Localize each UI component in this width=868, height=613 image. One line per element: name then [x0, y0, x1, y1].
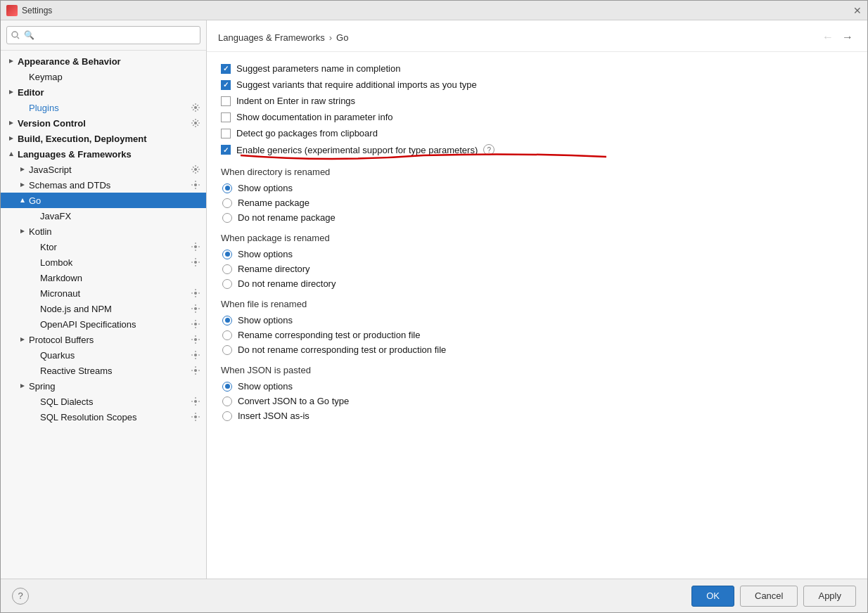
radiobutton-json-asis[interactable]: [222, 411, 232, 421]
option-show-docs: Show documentation in parameter info: [221, 112, 853, 122]
svg-point-23: [194, 400, 197, 403]
window-title: Settings: [22, 6, 52, 15]
radiobutton-json-show[interactable]: [222, 382, 232, 392]
help-icon-generics[interactable]: ?: [483, 144, 494, 155]
titlebar: Settings ✕: [1, 1, 867, 20]
ok-button[interactable]: OK: [691, 586, 734, 607]
forward-button[interactable]: →: [839, 29, 856, 46]
sidebar-item-reactive-streams[interactable]: Reactive Streams: [1, 363, 206, 378]
close-button[interactable]: ✕: [853, 5, 862, 16]
checkbox-show-docs[interactable]: [221, 112, 231, 122]
svg-marker-6: [9, 152, 13, 156]
checkbox-indent-enter[interactable]: [221, 96, 231, 106]
svg-marker-12: [20, 229, 25, 233]
settings-icon-ktor: [191, 242, 200, 252]
sidebar-item-spring[interactable]: Spring: [1, 378, 206, 394]
sidebar-item-protocol-buffers[interactable]: Protocol Buffers: [1, 332, 206, 347]
sidebar-item-micronaut[interactable]: Micronaut: [1, 285, 206, 301]
radio-dir-rename-pkg: Rename package: [222, 198, 853, 208]
search-input[interactable]: [6, 26, 200, 44]
sidebar-item-keymap[interactable]: Keymap: [1, 69, 206, 84]
checkbox-detect-packages[interactable]: [221, 129, 231, 138]
sidebar-item-label-ktor: Ktor: [40, 242, 191, 252]
sidebar-item-label-quarkus: Quarkus: [40, 350, 191, 361]
radio-label-dir-no-rename: Do not rename package: [238, 212, 336, 223]
option-indent-enter: Indent on Enter in raw strings: [221, 96, 853, 106]
settings-icon-sql-dialects: [191, 396, 200, 406]
help-button[interactable]: ?: [12, 588, 29, 605]
checkbox-enable-generics[interactable]: [221, 145, 231, 155]
sidebar-item-lombok[interactable]: Lombok: [1, 254, 206, 270]
settings-icon-version-control: [191, 118, 200, 128]
back-button[interactable]: ←: [819, 29, 836, 46]
sidebar-item-label-keymap: Keymap: [29, 72, 200, 82]
svg-point-4: [194, 122, 197, 124]
svg-point-14: [194, 261, 197, 264]
sidebar-item-plugins[interactable]: Plugins: [1, 100, 206, 115]
radio-json-convert: Convert JSON to a Go type: [222, 396, 853, 406]
checkbox-suggest-params[interactable]: [221, 64, 231, 74]
radio-pkg-show: Show options: [222, 249, 853, 259]
sidebar-item-label-reactive-streams: Reactive Streams: [40, 366, 191, 376]
sidebar-item-label-protocol-buffers: Protocol Buffers: [29, 335, 191, 345]
svg-point-17: [194, 323, 197, 325]
radio-json-asis: Insert JSON as-is: [222, 411, 853, 421]
sidebar-item-appearance[interactable]: Appearance & Behavior: [1, 53, 206, 69]
sidebar-item-kotlin[interactable]: Kotlin: [1, 224, 206, 239]
radiobutton-dir-show[interactable]: [222, 183, 232, 193]
radiobutton-pkg-no-rename[interactable]: [222, 279, 232, 289]
sidebar-item-editor[interactable]: Editor: [1, 84, 206, 100]
svg-point-10: [194, 183, 197, 186]
collapse-arrow-spring: [18, 381, 27, 391]
svg-marker-3: [9, 121, 13, 125]
radiobutton-file-rename-test[interactable]: [222, 330, 232, 340]
breadcrumb-part1: Languages & Frameworks: [218, 32, 325, 43]
collapse-arrow-version-control: [6, 118, 16, 128]
radiobutton-file-show[interactable]: [222, 316, 232, 325]
sidebar-item-sql-resolution[interactable]: SQL Resolution Scopes: [1, 409, 206, 425]
radio-label-file-show: Show options: [238, 315, 293, 325]
radiobutton-pkg-show[interactable]: [222, 250, 232, 259]
sidebar-item-markdown[interactable]: Markdown: [1, 270, 206, 285]
radio-file-show: Show options: [222, 315, 853, 325]
apply-button[interactable]: Apply: [803, 586, 856, 607]
sidebar-item-build[interactable]: Build, Execution, Deployment: [1, 131, 206, 146]
option-detect-packages: Detect go packages from clipboard: [221, 128, 853, 138]
sidebar-item-label-lombok: Lombok: [40, 257, 191, 268]
svg-point-15: [194, 292, 197, 295]
svg-point-20: [194, 354, 197, 356]
sidebar-item-nodejs[interactable]: Node.js and NPM: [1, 301, 206, 316]
section-header-file-renamed: When file is renamed: [221, 299, 853, 309]
sidebar-item-quarkus[interactable]: Quarkus: [1, 347, 206, 363]
sidebar-item-version-control[interactable]: Version Control: [1, 115, 206, 131]
sidebar-item-javafx[interactable]: JavaFX: [1, 208, 206, 224]
checkbox-suggest-variants[interactable]: [221, 80, 231, 90]
sidebar-item-openapi[interactable]: OpenAPI Specifications: [1, 316, 206, 332]
label-indent-enter: Indent on Enter in raw strings: [236, 96, 355, 106]
collapse-arrow-build: [6, 134, 16, 143]
sidebar-item-schemas[interactable]: Schemas and DTDs: [1, 177, 206, 193]
svg-marker-18: [20, 337, 25, 342]
breadcrumb: Languages & Frameworks › Go: [218, 32, 348, 43]
radio-label-json-asis: Insert JSON as-is: [238, 411, 309, 421]
sidebar-item-javascript[interactable]: JavaScript: [1, 162, 206, 177]
radiobutton-dir-rename-pkg[interactable]: [222, 198, 232, 208]
sidebar-item-languages[interactable]: Languages & Frameworks: [1, 146, 206, 162]
radiobutton-dir-no-rename[interactable]: [222, 213, 232, 223]
sidebar-item-label-go: Go: [29, 195, 200, 206]
cancel-button[interactable]: Cancel: [740, 586, 798, 607]
sidebar-item-ktor[interactable]: Ktor: [1, 239, 206, 254]
section-header-json-pasted: When JSON is pasted: [221, 365, 853, 375]
sidebar-item-go[interactable]: Go: [1, 193, 206, 208]
settings-icon-lombok: [191, 257, 200, 267]
sidebar-item-sql-dialects[interactable]: SQL Dialects: [1, 394, 206, 409]
radiobutton-file-no-rename[interactable]: [222, 345, 232, 355]
settings-icon-schemas: [191, 180, 200, 190]
section-header-pkg-renamed: When package is renamed: [221, 233, 853, 243]
radiobutton-pkg-rename-dir[interactable]: [222, 264, 232, 274]
settings-icon-nodejs: [191, 304, 200, 314]
radio-label-pkg-show: Show options: [238, 249, 293, 259]
radiobutton-json-convert[interactable]: [222, 396, 232, 406]
option-suggest-params: Suggest parameters name in completion: [221, 63, 853, 74]
radio-label-json-convert: Convert JSON to a Go type: [238, 396, 349, 406]
